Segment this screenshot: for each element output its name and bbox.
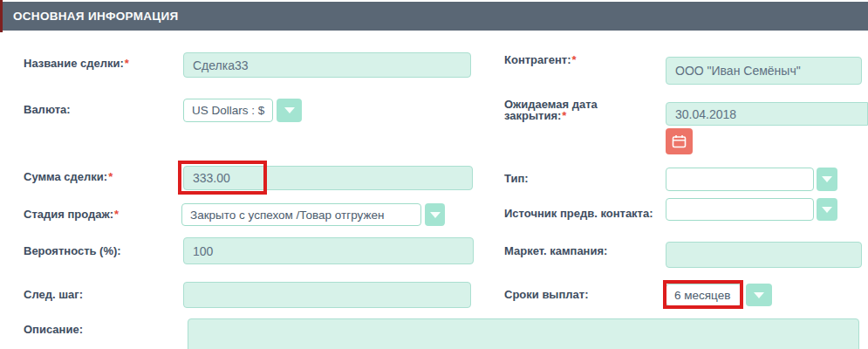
deal-name-input[interactable] <box>183 52 471 78</box>
section-header: ОСНОВНАЯ ИНФОРМАЦИЯ <box>3 2 868 31</box>
section-title: ОСНОВНАЯ ИНФОРМАЦИЯ <box>13 10 178 23</box>
calendar-icon <box>672 134 687 148</box>
payment-terms-dropdown-button[interactable] <box>746 284 772 306</box>
currency-dropdown-button[interactable] <box>277 99 302 122</box>
account-label: Контрагент:* <box>504 54 577 65</box>
lead-source-label: Источник предв. контакта: <box>504 208 653 219</box>
type-dropdown-button[interactable] <box>817 168 837 191</box>
lead-source-select-value[interactable] <box>666 198 814 221</box>
chevron-down-icon <box>430 212 441 218</box>
currency-label: Валюта: <box>24 104 71 115</box>
sales-stage-select[interactable]: Закрыто с успехом /Товар отгружен <box>181 203 445 226</box>
chevron-down-icon <box>754 292 764 298</box>
chevron-down-icon <box>284 107 295 113</box>
required-asterisk: * <box>125 57 129 70</box>
sales-stage-select-value[interactable]: Закрыто с успехом /Товар отгружен <box>181 203 421 226</box>
deal-edit-form: ОСНОВНАЯ ИНФОРМАЦИЯ Название сделки:* Ва… <box>0 0 868 349</box>
next-step-label: След. шаг: <box>24 289 83 300</box>
type-label: Тип: <box>504 173 529 184</box>
currency-select-value[interactable]: US Dollars : $ <box>183 99 273 122</box>
required-asterisk: * <box>114 208 119 221</box>
probability-input[interactable] <box>183 237 474 264</box>
account-input[interactable] <box>666 57 862 85</box>
required-asterisk: * <box>108 170 113 183</box>
close-date-input[interactable] <box>666 102 868 126</box>
deal-name-label: Название сделки:* <box>24 58 129 69</box>
currency-select[interactable]: US Dollars : $ <box>183 99 302 122</box>
next-step-input[interactable] <box>183 282 471 308</box>
sales-stage-dropdown-button[interactable] <box>425 203 445 226</box>
calendar-picker-button[interactable] <box>666 128 693 154</box>
required-asterisk: * <box>571 53 576 66</box>
close-date-label: Ожидаемая дата закрытия:* <box>504 99 661 121</box>
amount-label: Сумма сделки:* <box>24 171 113 182</box>
payment-terms-label: Сроки выплат: <box>504 289 589 300</box>
lead-source-dropdown-button[interactable] <box>817 198 837 221</box>
campaign-input[interactable] <box>666 242 862 268</box>
probability-label: Вероятность (%): <box>24 245 121 257</box>
lead-source-select[interactable] <box>666 198 837 221</box>
chevron-down-icon <box>822 207 832 213</box>
sales-stage-label: Стадия продаж:* <box>24 209 119 220</box>
payment-terms-select[interactable]: 6 месяцев <box>666 284 772 306</box>
required-asterisk: * <box>562 109 566 122</box>
description-textarea[interactable] <box>188 318 859 349</box>
payment-terms-select-value[interactable]: 6 месяцев <box>666 284 742 306</box>
amount-input[interactable] <box>183 166 473 190</box>
campaign-label: Маркет. кампания: <box>504 245 607 257</box>
type-select[interactable] <box>666 168 837 191</box>
description-label: Описание: <box>24 324 83 335</box>
chevron-down-icon <box>822 176 832 182</box>
type-select-value[interactable] <box>666 168 814 191</box>
